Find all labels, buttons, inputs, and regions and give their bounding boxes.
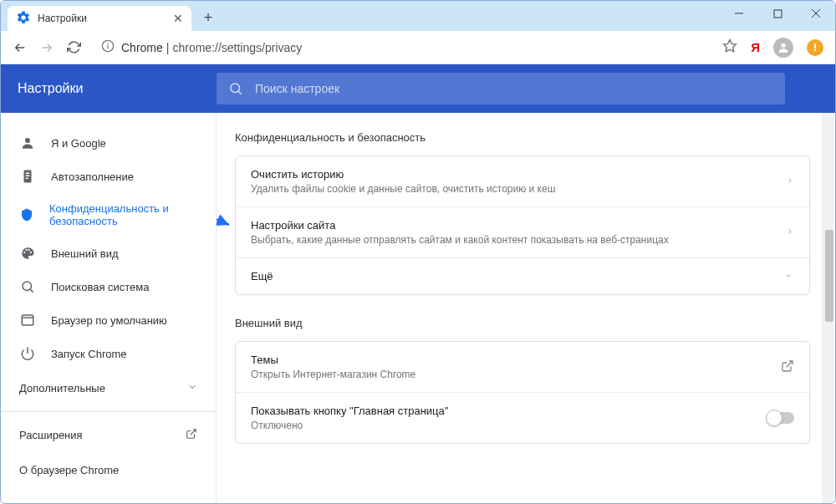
search-icon bbox=[228, 81, 243, 96]
svg-rect-1 bbox=[774, 10, 782, 18]
sidebar-item-privacy[interactable]: Конфиденциальность и безопасность bbox=[1, 193, 216, 237]
sidebar-item-label: Поисковая система bbox=[51, 281, 150, 293]
profile-avatar-icon[interactable] bbox=[773, 38, 793, 58]
row-clear-history[interactable]: Очистить историю Удалить файлы cookie и … bbox=[236, 156, 809, 207]
settings-search[interactable] bbox=[217, 73, 785, 104]
bookmark-star-icon[interactable] bbox=[722, 38, 737, 56]
browser-icon bbox=[19, 313, 36, 328]
yandex-icon[interactable]: Я bbox=[751, 40, 760, 54]
divider bbox=[1, 411, 216, 412]
row-title: Показывать кнопку "Главная страница" bbox=[251, 405, 448, 417]
row-more[interactable]: Ещё bbox=[236, 258, 809, 294]
site-info-icon[interactable] bbox=[101, 39, 115, 55]
browser-tab[interactable]: Настройки ✕ bbox=[8, 6, 191, 31]
tab-title: Настройки bbox=[38, 13, 87, 24]
extensions-label: Расширения bbox=[19, 429, 83, 441]
sidebar-item-autofill[interactable]: Автозаполнение bbox=[1, 160, 216, 193]
svg-marker-7 bbox=[724, 40, 737, 52]
sidebar-item-on-startup[interactable]: Запуск Chrome bbox=[1, 337, 216, 370]
row-title: Темы bbox=[251, 354, 415, 366]
sidebar-about-chrome[interactable]: О браузере Chrome bbox=[1, 453, 216, 487]
advanced-label: Дополнительные bbox=[19, 382, 105, 395]
sidebar-item-search-engine[interactable]: Поисковая система bbox=[1, 270, 216, 303]
svg-rect-14 bbox=[22, 315, 33, 325]
sidebar-item-label: Автозаполнение bbox=[51, 171, 134, 183]
settings-header: Настройки bbox=[1, 64, 835, 113]
svg-point-9 bbox=[231, 84, 240, 93]
row-subtitle: Выбрать, какие данные отправлять сайтам … bbox=[251, 234, 669, 246]
search-icon bbox=[19, 279, 36, 294]
svg-point-5 bbox=[107, 43, 109, 45]
sidebar-item-label: Браузер по умолчанию bbox=[51, 314, 167, 327]
privacy-card: Очистить историю Удалить файлы cookie и … bbox=[235, 155, 810, 295]
window-titlebar: Настройки ✕ + bbox=[1, 1, 835, 31]
power-icon bbox=[19, 346, 36, 361]
search-input[interactable] bbox=[255, 82, 773, 95]
main-panel: Конфиденциальность и безопасность Очисти… bbox=[217, 113, 835, 504]
open-external-icon bbox=[186, 428, 197, 442]
row-title: Настройки сайта bbox=[251, 219, 669, 232]
row-subtitle: Отключено bbox=[251, 420, 448, 431]
url-bar: Chrome|chrome://settings/privacy Я ! bbox=[1, 31, 835, 64]
row-show-home-button[interactable]: Показывать кнопку "Главная страница" Отк… bbox=[236, 393, 809, 443]
palette-icon bbox=[19, 246, 36, 261]
minimize-button[interactable] bbox=[720, 1, 758, 26]
svg-point-8 bbox=[781, 43, 785, 47]
section-privacy-title: Конфиденциальность и безопасность bbox=[235, 131, 810, 144]
sidebar-item-default-browser[interactable]: Браузер по умолчанию bbox=[1, 303, 216, 337]
address-field[interactable]: Chrome|chrome://settings/privacy bbox=[93, 39, 711, 55]
scrollbar-thumb[interactable] bbox=[825, 230, 833, 322]
window-controls bbox=[720, 1, 835, 31]
chevron-down-icon bbox=[782, 270, 794, 283]
row-themes[interactable]: Темы Открыть Интернет-магазин Chrome bbox=[236, 342, 809, 393]
person-icon bbox=[19, 135, 36, 150]
appearance-card: Темы Открыть Интернет-магазин Chrome Пок… bbox=[235, 341, 810, 444]
url-text: Chrome|chrome://settings/privacy bbox=[121, 41, 302, 54]
sidebar-item-label: Я и Google bbox=[51, 137, 106, 150]
row-subtitle: Удалить файлы cookie и данные сайтов, оч… bbox=[251, 183, 555, 195]
sidebar-item-label: Запуск Chrome bbox=[51, 348, 127, 360]
gear-icon bbox=[16, 10, 31, 28]
sidebar-advanced-toggle[interactable]: Дополнительные bbox=[1, 370, 216, 406]
back-button[interactable] bbox=[13, 40, 28, 55]
annotation-arrow bbox=[217, 163, 221, 188]
sidebar-item-appearance[interactable]: Внешний вид bbox=[1, 237, 216, 270]
sidebar-item-you-and-google[interactable]: Я и Google bbox=[1, 126, 216, 160]
chevron-right-icon bbox=[786, 175, 794, 189]
reload-button[interactable] bbox=[66, 40, 81, 55]
chevron-right-icon bbox=[786, 226, 794, 240]
svg-rect-6 bbox=[107, 45, 108, 48]
svg-point-11 bbox=[25, 138, 30, 143]
close-tab-icon[interactable]: ✕ bbox=[173, 12, 183, 25]
about-label: О браузере Chrome bbox=[19, 464, 119, 476]
row-title: Очистить историю bbox=[251, 168, 555, 181]
open-external-icon bbox=[781, 359, 794, 375]
new-tab-button[interactable]: + bbox=[196, 6, 220, 29]
toggle-home-button[interactable] bbox=[767, 412, 794, 424]
close-window-button[interactable] bbox=[797, 1, 835, 26]
chevron-down-icon bbox=[187, 382, 197, 395]
sidebar: Я и Google Автозаполнение Конфиденциальн… bbox=[1, 113, 217, 504]
page-title: Настройки bbox=[18, 81, 217, 96]
svg-line-17 bbox=[217, 211, 229, 225]
svg-point-12 bbox=[23, 282, 32, 291]
row-title: Ещё bbox=[251, 270, 273, 283]
update-badge-icon[interactable]: ! bbox=[807, 39, 823, 56]
forward-button[interactable] bbox=[39, 40, 54, 55]
section-appearance-title: Внешний вид bbox=[235, 317, 810, 329]
svg-line-13 bbox=[30, 289, 33, 293]
sidebar-item-label: Конфиденциальность и безопасность bbox=[49, 202, 197, 227]
sidebar-item-label: Внешний вид bbox=[51, 247, 119, 260]
clipboard-icon bbox=[19, 169, 36, 184]
sidebar-extensions[interactable]: Расширения bbox=[1, 417, 216, 453]
shield-icon bbox=[19, 207, 34, 222]
svg-line-10 bbox=[238, 91, 242, 94]
maximize-button[interactable] bbox=[758, 1, 797, 26]
row-site-settings[interactable]: Настройки сайта Выбрать, какие данные от… bbox=[236, 207, 809, 258]
content-area: Я и Google Автозаполнение Конфиденциальн… bbox=[1, 113, 835, 504]
row-subtitle: Открыть Интернет-магазин Chrome bbox=[251, 369, 415, 380]
